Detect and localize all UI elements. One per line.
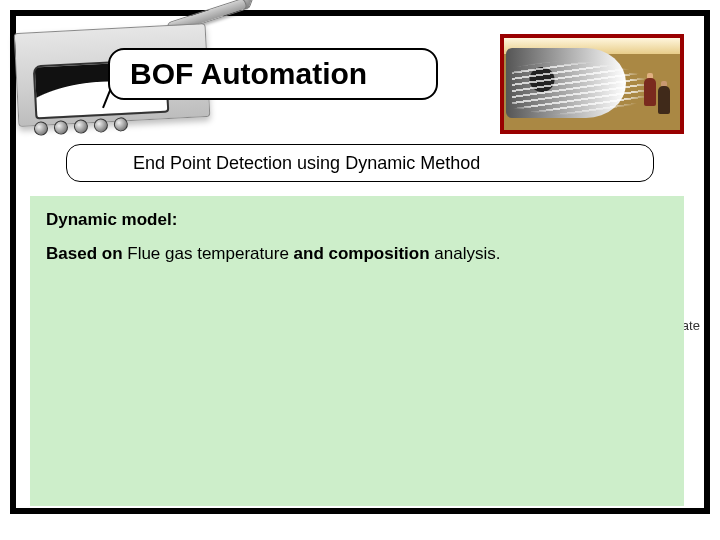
content-body-normal-2: analysis. [434, 244, 500, 263]
title-text: BOF Automation [130, 57, 367, 91]
content-body-prefix: Based on [46, 244, 127, 263]
content-panel: Dynamic model: Based on Flue gas tempera… [30, 196, 684, 506]
content-body-normal-1: Flue gas temperature [127, 244, 293, 263]
content-body: Based on Flue gas temperature and compos… [46, 244, 668, 264]
title-box: BOF Automation [108, 48, 438, 100]
content-body-mid: and composition [294, 244, 435, 263]
content-heading: Dynamic model: [46, 210, 668, 230]
factory-photo [500, 34, 684, 134]
subtitle-text: End Point Detection using Dynamic Method [133, 153, 480, 174]
subtitle-box: End Point Detection using Dynamic Method [66, 144, 654, 182]
factory-photo-workers [642, 56, 676, 122]
slide-frame: BOF Automation End Point Detection using… [10, 10, 710, 514]
